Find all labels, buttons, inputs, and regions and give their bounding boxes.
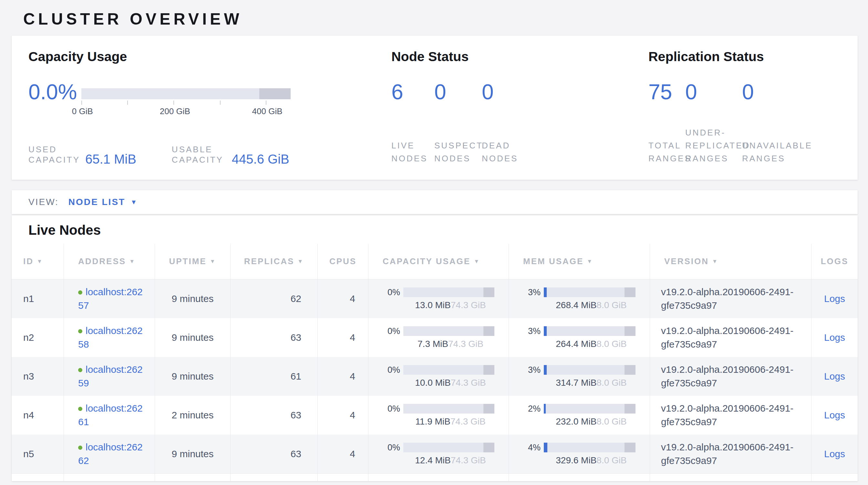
axis-label: 200 GiB bbox=[160, 106, 190, 116]
node-replicas: 63 bbox=[230, 318, 318, 357]
view-bar: VIEW: NODE LIST ▼ bbox=[11, 190, 858, 214]
table-row: n3 localhost:26259 9 minutes 61 4 0% 10.… bbox=[11, 357, 858, 396]
total-ranges-label: TOTAL RANGES bbox=[648, 139, 685, 165]
view-dropdown[interactable]: NODE LIST ▼ bbox=[68, 197, 137, 207]
node-capacity-usage: 0% 12.4 MiB74.3 GiB bbox=[368, 434, 509, 473]
column-header-version[interactable]: VERSION▼ bbox=[650, 244, 811, 279]
node-cpus: 4 bbox=[318, 434, 368, 473]
capacity-axis-labels: 0 GiB 200 GiB 400 GiB bbox=[82, 106, 290, 116]
node-mem-usage: 4% 329.6 MiB8.0 GiB bbox=[509, 434, 650, 473]
node-version: v19.2.0-alpha.20190606-2491-gfe735c9a97 bbox=[650, 318, 811, 357]
node-live-status-icon bbox=[78, 368, 82, 372]
usable-capacity-value: 445.6 GiB bbox=[232, 153, 289, 165]
node-id: n5 bbox=[11, 434, 64, 473]
table-row: n1 localhost:26257 9 minutes 62 4 0% 13.… bbox=[11, 279, 858, 318]
node-uptime: 9 minutes bbox=[155, 357, 230, 396]
axis-label: 0 GiB bbox=[72, 106, 93, 116]
dead-nodes-value: 0 bbox=[482, 81, 533, 103]
column-header-logs: LOGS bbox=[811, 244, 858, 279]
node-cpus: 4 bbox=[318, 396, 368, 434]
total-ranges-value: 75 bbox=[648, 81, 685, 103]
live-nodes-value: 6 bbox=[392, 81, 434, 103]
dead-nodes-stat: 0 DEAD NODES bbox=[482, 81, 533, 165]
column-header-uptime[interactable]: UPTIME▼ bbox=[155, 244, 230, 279]
axis-label: 400 GiB bbox=[252, 106, 283, 116]
total-ranges-stat: 75 TOTAL RANGES bbox=[648, 81, 685, 165]
capacity-usage-heading: Capacity Usage bbox=[28, 49, 392, 64]
view-dropdown-value: NODE LIST bbox=[68, 197, 125, 207]
column-header-cpus[interactable]: CPUS bbox=[318, 244, 368, 279]
table-row-clipped bbox=[11, 473, 858, 481]
logs-link[interactable]: Logs bbox=[824, 449, 845, 459]
column-header-capacity-usage[interactable]: CAPACITY USAGE▼ bbox=[368, 244, 509, 279]
node-id: n3 bbox=[11, 357, 64, 396]
page-title: CLUSTER OVERVIEW bbox=[23, 10, 868, 28]
node-status-heading: Node Status bbox=[392, 49, 648, 64]
column-header-address[interactable]: ADDRESS▼ bbox=[64, 244, 155, 279]
logs-link[interactable]: Logs bbox=[824, 293, 845, 304]
node-address-link[interactable]: localhost:26259 bbox=[78, 364, 143, 388]
under-replicated-ranges-stat: 0 UNDER-REPLICATED RANGES bbox=[685, 81, 742, 165]
node-address-link[interactable]: localhost:26258 bbox=[78, 325, 143, 349]
column-header-replicas[interactable]: REPLICAS▼ bbox=[230, 244, 318, 279]
used-capacity-stat: USED CAPACITY 65.1 MiB bbox=[28, 144, 136, 165]
sort-caret-icon: ▼ bbox=[129, 258, 135, 265]
sort-caret-icon: ▼ bbox=[210, 258, 216, 265]
sort-caret-icon: ▼ bbox=[298, 258, 304, 265]
under-replicated-ranges-value: 0 bbox=[685, 81, 742, 103]
table-header-row: ID▼ ADDRESS▼ UPTIME▼ REPLICAS▼ CPUS CAPA… bbox=[11, 244, 858, 279]
sort-caret-icon: ▼ bbox=[587, 258, 593, 265]
node-address-link[interactable]: localhost:26257 bbox=[78, 286, 143, 311]
summary-card: Capacity Usage 0.0% 0 GiB 200 GiB 400 Gi… bbox=[11, 35, 858, 180]
usable-capacity-label: USABLE CAPACITY bbox=[172, 144, 223, 165]
column-header-mem-usage[interactable]: MEM USAGE▼ bbox=[509, 244, 650, 279]
mem-fill bbox=[544, 443, 547, 452]
capacity-percent: 0.0% bbox=[28, 81, 82, 103]
live-nodes-heading: Live Nodes bbox=[11, 215, 858, 244]
node-address-link[interactable]: localhost:26261 bbox=[78, 403, 143, 427]
suspect-nodes-value: 0 bbox=[434, 81, 482, 103]
mem-reserved bbox=[624, 443, 636, 452]
node-uptime: 9 minutes bbox=[155, 279, 230, 318]
node-uptime: 9 minutes bbox=[155, 434, 230, 473]
sort-caret-icon: ▼ bbox=[712, 258, 718, 265]
unavailable-ranges-label: UNAVAILABLE RANGES bbox=[742, 139, 816, 165]
node-replicas: 62 bbox=[230, 279, 318, 318]
chevron-down-icon: ▼ bbox=[130, 199, 137, 206]
node-replicas: 61 bbox=[230, 357, 318, 396]
suspect-nodes-label: SUSPECT NODES bbox=[434, 139, 482, 165]
capacity-reserved bbox=[484, 365, 494, 375]
table-row: n4 localhost:26261 2 minutes 63 4 0% 11.… bbox=[11, 396, 858, 434]
node-live-status-icon bbox=[78, 290, 82, 294]
node-address-link[interactable]: localhost:26262 bbox=[78, 442, 143, 466]
node-capacity-usage: 0% 10.0 MiB74.3 GiB bbox=[368, 357, 509, 396]
under-replicated-ranges-label: UNDER-REPLICATED RANGES bbox=[685, 126, 742, 165]
node-mem-usage: 3% 268.4 MiB8.0 GiB bbox=[509, 279, 650, 318]
logs-link[interactable]: Logs bbox=[824, 371, 845, 382]
live-nodes-label: LIVE NODES bbox=[392, 139, 434, 165]
node-capacity-usage: 0% 7.3 MiB74.3 GiB bbox=[368, 318, 509, 357]
replication-status-heading: Replication Status bbox=[648, 49, 841, 64]
capacity-bar-track bbox=[82, 88, 290, 99]
node-version: v19.2.0-alpha.20190606-2491-gfe735c9a97 bbox=[650, 357, 811, 396]
table-row: n5 localhost:26262 9 minutes 63 4 0% 12.… bbox=[11, 434, 858, 473]
column-header-id[interactable]: ID▼ bbox=[11, 244, 64, 279]
used-capacity-label: USED CAPACITY bbox=[28, 144, 77, 165]
logs-link[interactable]: Logs bbox=[824, 332, 845, 343]
unavailable-ranges-value: 0 bbox=[742, 81, 816, 103]
mem-fill bbox=[544, 326, 547, 336]
node-live-status-icon bbox=[78, 446, 82, 450]
node-uptime: 9 minutes bbox=[155, 318, 230, 357]
capacity-reserved bbox=[484, 326, 494, 336]
live-nodes-card: Live Nodes ID▼ ADDRESS▼ UPTIME▼ REPLICAS… bbox=[11, 215, 858, 481]
sort-caret-icon: ▼ bbox=[37, 258, 43, 265]
node-version: v19.2.0-alpha.20190606-2491-gfe735c9a97 bbox=[650, 279, 811, 318]
usable-capacity-stat: USABLE CAPACITY 445.6 GiB bbox=[172, 144, 289, 165]
dead-nodes-label: DEAD NODES bbox=[482, 139, 533, 165]
mem-fill bbox=[544, 404, 546, 413]
capacity-axis-ticks bbox=[82, 101, 290, 106]
capacity-bar-reserved bbox=[259, 88, 290, 99]
node-capacity-usage: 0% 13.0 MiB74.3 GiB bbox=[368, 279, 509, 318]
node-replicas: 63 bbox=[230, 396, 318, 434]
logs-link[interactable]: Logs bbox=[824, 410, 845, 421]
